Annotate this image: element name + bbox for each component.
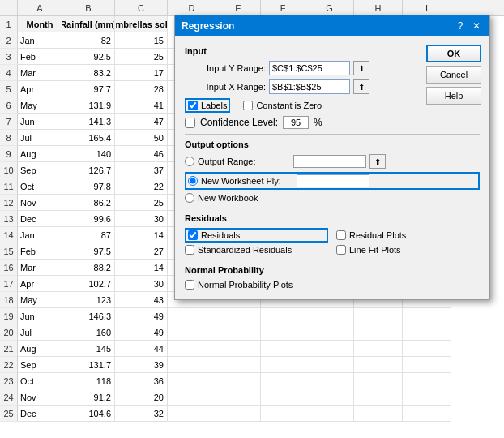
residual-plots-checkbox[interactable] [336, 230, 346, 240]
cell-b-8[interactable]: 165.4 [62, 130, 115, 146]
cell-empty[interactable] [354, 406, 403, 422]
cell-c-20[interactable]: 49 [115, 324, 168, 341]
cell-b-2[interactable]: 82 [62, 32, 115, 49]
cell-empty[interactable] [305, 341, 354, 357]
cell-b-12[interactable]: 86.2 [62, 195, 115, 211]
cell-b-11[interactable]: 97.8 [62, 178, 115, 195]
cell-c-14[interactable]: 14 [115, 227, 168, 243]
table-row[interactable]: Sep131.739 [18, 357, 504, 373]
cell-empty[interactable] [261, 389, 305, 406]
cell-empty[interactable] [403, 389, 451, 406]
new-workbook-radio[interactable] [185, 193, 194, 203]
cell-c-12[interactable]: 25 [115, 195, 168, 211]
cell-c-19[interactable]: 49 [115, 308, 168, 324]
cell-b-7[interactable]: 141.3 [62, 114, 115, 130]
y-range-input[interactable] [269, 61, 350, 75]
output-range-radio[interactable] [185, 157, 194, 166]
cell-empty[interactable] [354, 324, 403, 341]
cell-c-3[interactable]: 25 [115, 49, 168, 65]
cell-empty[interactable] [168, 357, 216, 373]
new-worksheet-radio[interactable] [188, 176, 198, 186]
standardized-residuals-checkbox[interactable] [185, 245, 194, 255]
cell-empty[interactable] [168, 308, 216, 324]
cell-empty[interactable] [305, 308, 354, 324]
cell-c-21[interactable]: 44 [115, 341, 168, 357]
cell-a-17[interactable]: Apr [18, 276, 62, 292]
cell-empty[interactable] [403, 406, 451, 422]
cell-empty[interactable] [354, 389, 403, 406]
cell-a-21[interactable]: Aug [18, 341, 62, 357]
cell-c-13[interactable]: 30 [115, 211, 168, 227]
table-row[interactable]: Nov91.220 [18, 389, 504, 406]
cell-a-2[interactable]: Jan [18, 32, 62, 49]
cell-empty[interactable] [403, 324, 451, 341]
cell-a-15[interactable]: Feb [18, 243, 62, 260]
cell-a-12[interactable]: Nov [18, 195, 62, 211]
cell-c-9[interactable]: 46 [115, 146, 168, 162]
cell-a-23[interactable]: Oct [18, 373, 62, 389]
cell-empty[interactable] [216, 308, 261, 324]
cell-a-4[interactable]: Mar [18, 65, 62, 81]
cell-b-24[interactable]: 91.2 [62, 389, 115, 406]
cell-b-25[interactable]: 104.6 [62, 406, 115, 422]
normal-prob-checkbox[interactable] [185, 280, 194, 290]
table-row[interactable]: Aug14544 [18, 341, 504, 357]
cell-b-5[interactable]: 97.7 [62, 81, 115, 97]
cell-c-8[interactable]: 50 [115, 130, 168, 146]
cell-empty[interactable] [261, 373, 305, 389]
cell-c-11[interactable]: 22 [115, 178, 168, 195]
cell-a-14[interactable]: Jan [18, 227, 62, 243]
new-worksheet-input[interactable] [297, 174, 369, 187]
residuals-checkbox[interactable] [188, 230, 198, 240]
output-range-collapse-button[interactable]: ⬆ [369, 154, 386, 169]
cell-c-15[interactable]: 27 [115, 243, 168, 260]
cell-c-22[interactable]: 39 [115, 357, 168, 373]
ok-button[interactable]: OK [426, 45, 481, 62]
help-button[interactable]: Help [426, 87, 481, 105]
confidence-value-input[interactable] [283, 116, 309, 129]
cell-c-25[interactable]: 32 [115, 406, 168, 422]
cell-empty[interactable] [216, 341, 261, 357]
cell-a-7[interactable]: Jun [18, 114, 62, 130]
cell-empty[interactable] [261, 308, 305, 324]
cell-a-24[interactable]: Nov [18, 389, 62, 406]
cell-empty[interactable] [354, 373, 403, 389]
cell-b-6[interactable]: 131.9 [62, 97, 115, 114]
cell-c-2[interactable]: 15 [115, 32, 168, 49]
dialog-question-button[interactable]: ? [454, 19, 467, 32]
cell-empty[interactable] [354, 341, 403, 357]
cell-a-25[interactable]: Dec [18, 406, 62, 422]
cell-a-13[interactable]: Dec [18, 211, 62, 227]
cell-a-1[interactable]: Month [18, 16, 62, 32]
cell-b-14[interactable]: 87 [62, 227, 115, 243]
cell-b-9[interactable]: 140 [62, 146, 115, 162]
cell-empty[interactable] [354, 357, 403, 373]
cell-c-10[interactable]: 37 [115, 162, 168, 178]
cell-empty[interactable] [216, 357, 261, 373]
output-range-input[interactable] [293, 155, 366, 168]
cell-a-3[interactable]: Feb [18, 49, 62, 65]
line-fit-checkbox[interactable] [336, 245, 346, 255]
dialog-controls[interactable]: ? ✕ [454, 19, 483, 32]
cell-empty[interactable] [168, 406, 216, 422]
cell-empty[interactable] [305, 406, 354, 422]
cell-empty[interactable] [403, 341, 451, 357]
cell-b-23[interactable]: 118 [62, 373, 115, 389]
cell-a-22[interactable]: Sep [18, 357, 62, 373]
table-row[interactable]: Jul16049 [18, 324, 504, 341]
cell-a-19[interactable]: Jun [18, 308, 62, 324]
cell-empty[interactable] [216, 373, 261, 389]
cell-c-1[interactable]: Umbrellas sold [115, 16, 168, 32]
cell-b-20[interactable]: 160 [62, 324, 115, 341]
labels-checkbox[interactable] [188, 101, 198, 110]
cell-c-24[interactable]: 20 [115, 389, 168, 406]
cell-b-3[interactable]: 92.5 [62, 49, 115, 65]
cell-a-5[interactable]: Apr [18, 81, 62, 97]
cell-empty[interactable] [261, 341, 305, 357]
cell-c-6[interactable]: 41 [115, 97, 168, 114]
cell-empty[interactable] [403, 373, 451, 389]
cell-b-13[interactable]: 99.6 [62, 211, 115, 227]
cell-empty[interactable] [305, 389, 354, 406]
cell-empty[interactable] [168, 373, 216, 389]
cell-c-23[interactable]: 36 [115, 373, 168, 389]
